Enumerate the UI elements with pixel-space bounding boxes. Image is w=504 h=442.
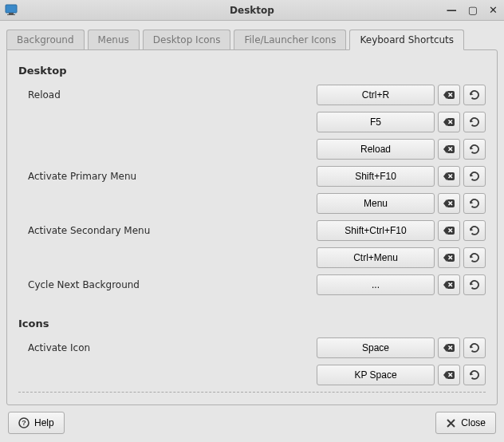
close-icon (446, 418, 456, 428)
close-window-button[interactable]: ✕ (487, 4, 499, 16)
shortcuts-scroll-area[interactable]: Desktop Reload Ctrl+R . F5 . Reload Act (7, 50, 497, 405)
undo-icon (469, 226, 480, 235)
clear-shortcut-button[interactable] (438, 166, 460, 187)
clear-shortcut-button[interactable] (438, 220, 460, 241)
help-button[interactable]: Help (8, 412, 65, 434)
clear-shortcut-button[interactable] (438, 337, 460, 358)
clear-shortcut-button[interactable] (438, 193, 460, 214)
shortcut-button[interactable]: ... (317, 274, 435, 295)
clear-shortcut-button[interactable] (438, 274, 460, 295)
reset-shortcut-button[interactable] (463, 193, 486, 214)
reset-shortcut-button[interactable] (463, 85, 486, 105)
tab-keyboard-shortcuts[interactable]: Keyboard Shortcuts (349, 30, 464, 50)
shortcut-label-activate-primary-menu: Activate Primary Menu (18, 171, 317, 182)
close-button[interactable]: Close (435, 412, 496, 434)
clear-shortcut-button[interactable] (438, 85, 460, 105)
shortcut-button[interactable]: Menu (317, 193, 435, 214)
clear-shortcut-button[interactable] (438, 247, 460, 268)
tab-file-launcher-icons[interactable]: File/Launcher Icons (234, 30, 346, 49)
backspace-icon (443, 117, 455, 127)
tab-background[interactable]: Background (6, 30, 85, 49)
app-icon (5, 4, 18, 17)
shortcut-label-activate-icon: Activate Icon (18, 342, 317, 353)
undo-icon (469, 199, 480, 208)
backspace-icon (443, 226, 455, 235)
reset-shortcut-button[interactable] (463, 220, 486, 241)
reset-shortcut-button[interactable] (463, 112, 486, 132)
reset-shortcut-button[interactable] (463, 365, 486, 385)
reset-shortcut-button[interactable] (463, 337, 486, 358)
undo-icon (469, 117, 480, 127)
titlebar: Desktop — ▢ ✕ (0, 0, 504, 21)
backspace-icon (443, 280, 455, 290)
shortcut-label-reload: Reload (18, 89, 317, 101)
shortcut-label-cycle-next-background: Cycle Next Background (18, 279, 317, 290)
help-icon (18, 417, 30, 428)
undo-icon (469, 172, 480, 181)
backspace-icon (443, 343, 455, 353)
clear-shortcut-button[interactable] (438, 139, 460, 160)
section-title-icons: Icons (18, 318, 486, 330)
backspace-icon (443, 370, 455, 380)
reset-shortcut-button[interactable] (463, 139, 486, 160)
window-title: Desktop (0, 5, 504, 16)
section-title-desktop: Desktop (18, 65, 486, 77)
undo-icon (469, 253, 480, 262)
undo-icon (469, 144, 480, 154)
shortcut-button[interactable]: Space (317, 337, 435, 358)
reset-shortcut-button[interactable] (463, 247, 486, 268)
clear-shortcut-button[interactable] (438, 112, 460, 132)
shortcut-button[interactable]: KP Space (317, 365, 435, 385)
shortcut-button[interactable]: Ctrl+R (317, 85, 435, 105)
backspace-icon (443, 90, 455, 100)
minimize-button[interactable]: — (445, 4, 459, 16)
shortcut-button[interactable]: F5 (317, 112, 435, 132)
backspace-icon (443, 144, 455, 154)
undo-icon (469, 343, 480, 353)
backspace-icon (443, 199, 455, 208)
undo-icon (469, 90, 480, 100)
shortcut-button[interactable]: Ctrl+Menu (317, 247, 435, 268)
reset-shortcut-button[interactable] (463, 166, 486, 187)
separator (18, 392, 486, 393)
shortcut-button[interactable]: Reload (317, 139, 435, 160)
shortcut-label-activate-secondary-menu: Activate Secondary Menu (18, 225, 317, 236)
reset-shortcut-button[interactable] (463, 274, 486, 295)
tab-bar: Background Menus Desktop Icons File/Laun… (6, 27, 498, 49)
tab-desktop-icons[interactable]: Desktop Icons (143, 30, 231, 49)
shortcut-button[interactable]: Shift+F10 (317, 166, 435, 187)
tab-menus[interactable]: Menus (88, 30, 140, 49)
close-button-label: Close (461, 417, 486, 428)
undo-icon (469, 280, 480, 290)
backspace-icon (443, 253, 455, 262)
dialog-footer: Help Close (6, 405, 498, 436)
clear-shortcut-button[interactable] (438, 365, 460, 385)
help-button-label: Help (34, 417, 54, 428)
tab-content: Desktop Reload Ctrl+R . F5 . Reload Act (6, 49, 498, 405)
undo-icon (469, 370, 480, 380)
backspace-icon (443, 172, 455, 181)
shortcut-button[interactable]: Shift+Ctrl+F10 (317, 220, 435, 241)
maximize-button[interactable]: ▢ (467, 4, 479, 16)
